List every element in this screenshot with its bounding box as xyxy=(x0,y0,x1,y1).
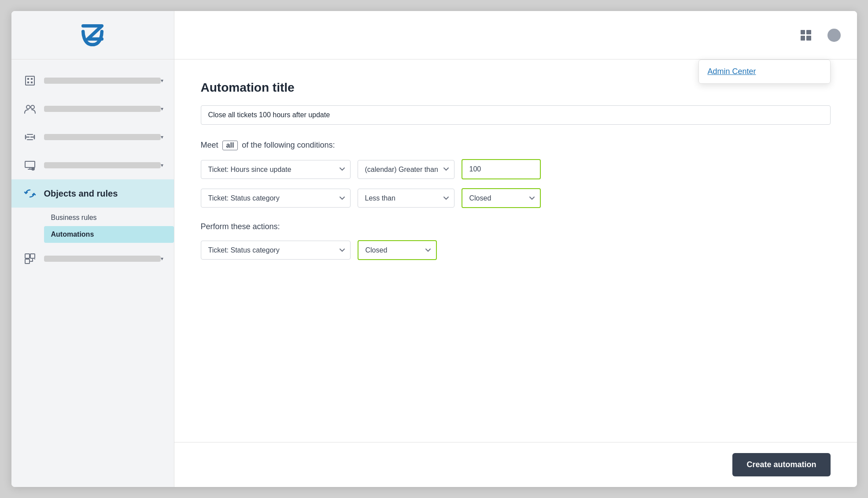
nav-label-placeholder xyxy=(44,162,161,168)
condition-1-operator-select[interactable]: (calendar) Greater than xyxy=(358,160,454,179)
app-container: ▾ ▾ xyxy=(11,11,857,487)
svg-rect-10 xyxy=(30,254,35,258)
sub-nav: Business rules Automations xyxy=(11,208,174,245)
actions-label: Perform these actions: xyxy=(201,222,831,231)
svg-rect-3 xyxy=(27,82,29,83)
chevron-down-icon: ▾ xyxy=(161,134,163,140)
users-icon xyxy=(22,101,38,117)
admin-center-link[interactable]: Admin Center xyxy=(708,67,756,76)
user-avatar-icon xyxy=(827,29,841,42)
svg-rect-1 xyxy=(27,78,29,80)
action-row-1: Ticket: Status category Closed xyxy=(201,240,831,260)
svg-point-8 xyxy=(31,167,35,171)
apps-icon xyxy=(22,251,38,267)
meet-all-badge[interactable]: all xyxy=(222,141,238,150)
sidebar-item-apps[interactable]: ▾ xyxy=(11,245,174,273)
svg-point-6 xyxy=(31,105,34,109)
grid-menu-button[interactable] xyxy=(797,26,815,44)
nav-label-placeholder xyxy=(44,256,161,262)
create-automation-button[interactable]: Create automation xyxy=(732,453,830,476)
user-menu-button[interactable] xyxy=(825,26,843,44)
condition-1-field-select[interactable]: Ticket: Hours since update xyxy=(201,160,351,179)
admin-center-dropdown: Admin Center xyxy=(698,59,831,84)
sidebar-item-org[interactable]: ▾ xyxy=(11,67,174,95)
workspace-icon xyxy=(22,157,38,173)
condition-2-operator-select[interactable]: Less than xyxy=(358,189,454,208)
svg-rect-0 xyxy=(26,76,34,85)
conditions-label: Meet all of the following conditions: xyxy=(201,141,831,150)
sidebar-logo xyxy=(11,11,174,59)
svg-rect-4 xyxy=(31,82,33,83)
chevron-down-icon: ▾ xyxy=(161,106,163,112)
page-footer: Create automation xyxy=(174,442,857,487)
chevron-down-icon: ▾ xyxy=(161,256,163,262)
channels-icon xyxy=(22,129,38,145)
nav-label-placeholder xyxy=(44,106,161,112)
automation-title-input[interactable] xyxy=(201,105,831,125)
condition-1-value-input[interactable] xyxy=(462,159,541,179)
sidebar-item-label: Objects and rules xyxy=(44,189,163,199)
page-body: Automation title Meet all of the followi… xyxy=(174,59,857,442)
zendesk-logo-icon xyxy=(78,21,107,49)
nav-label-placeholder xyxy=(44,78,161,84)
sub-nav-item-business-rules[interactable]: Business rules xyxy=(44,209,174,226)
svg-rect-2 xyxy=(31,78,33,80)
condition-row-1: Ticket: Hours since update (calendar) Gr… xyxy=(201,159,831,179)
condition-row-2: Ticket: Status category Less than Closed xyxy=(201,188,831,208)
chevron-down-icon: ▾ xyxy=(161,78,163,84)
sidebar-item-users[interactable]: ▾ xyxy=(11,95,174,123)
sidebar: ▾ ▾ xyxy=(11,11,174,487)
action-1-value-select[interactable]: Closed xyxy=(358,240,437,260)
svg-rect-11 xyxy=(25,259,30,264)
svg-point-5 xyxy=(26,105,30,109)
condition-2-value-select[interactable]: Closed xyxy=(462,188,541,208)
sidebar-nav: ▾ ▾ xyxy=(11,59,174,487)
main-content: Admin Center Automation title Meet all o… xyxy=(174,11,857,487)
objects-rules-icon xyxy=(22,186,38,201)
nav-label-placeholder xyxy=(44,134,161,140)
header: Admin Center xyxy=(174,11,857,59)
building-icon xyxy=(22,73,38,89)
sidebar-item-channels[interactable]: ▾ xyxy=(11,123,174,151)
action-1-field-select[interactable]: Ticket: Status category xyxy=(201,241,351,260)
condition-2-field-select[interactable]: Ticket: Status category xyxy=(201,189,351,208)
sidebar-item-objects-rules[interactable]: Objects and rules xyxy=(11,179,174,208)
svg-rect-7 xyxy=(25,161,35,167)
sub-nav-item-automations[interactable]: Automations xyxy=(44,226,174,243)
header-icons xyxy=(797,26,843,44)
svg-rect-9 xyxy=(25,254,30,258)
sidebar-item-workspace[interactable]: ▾ xyxy=(11,151,174,179)
grid-icon xyxy=(801,30,811,41)
chevron-down-icon: ▾ xyxy=(161,162,163,168)
